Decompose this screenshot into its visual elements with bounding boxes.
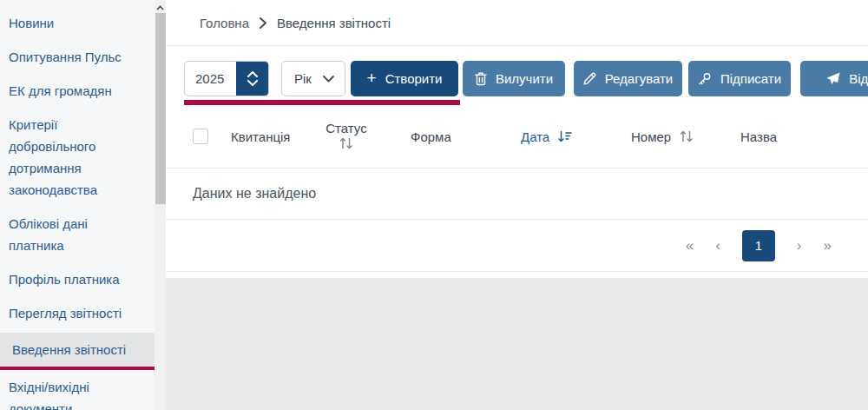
column-header-number[interactable]: Номер <box>631 129 694 144</box>
status-label: Статус <box>326 121 366 136</box>
edit-button[interactable]: Редагувати <box>574 61 682 96</box>
reporting-panel: Головна Введення звітності Рік <box>166 0 868 278</box>
year-stepper-buttons[interactable] <box>236 62 268 96</box>
sidebar-item-taxpayer-profile[interactable]: Профіль платника <box>0 262 155 296</box>
sidebar-item-news[interactable]: Новини <box>0 6 155 40</box>
column-header-date[interactable]: Дата <box>521 129 572 144</box>
send-button-label: Відправити <box>849 71 868 86</box>
table-empty-message: Даних не знайдено <box>166 169 868 220</box>
breadcrumb-home-link[interactable]: Головна <box>200 16 249 30</box>
pagination-first-button[interactable]: « <box>686 238 694 253</box>
chevron-up-icon <box>247 71 258 77</box>
table-header-row: Квитанція Статус Форма Дата <box>166 105 868 169</box>
pencil-icon <box>583 72 596 85</box>
sidebar-scrollbar[interactable] <box>155 0 166 410</box>
sidebar-item-pulse-survey[interactable]: Опитування Пульс <box>0 40 155 74</box>
sidebar-item-voluntary-compliance[interactable]: Критерії добровільного дотримання законо… <box>0 108 155 207</box>
chevron-down-icon <box>323 76 334 83</box>
sort-both-icon[interactable] <box>318 137 375 154</box>
toolbar: Рік + Створити Вилучити <box>166 61 868 96</box>
paper-plane-icon <box>826 72 840 85</box>
select-all-checkbox[interactable] <box>193 129 208 144</box>
sidebar-item-view-reporting[interactable]: Перегляд звітності <box>0 296 155 330</box>
sign-button-label: Підписати <box>720 71 781 86</box>
pagination-prev-button[interactable]: ‹ <box>715 238 720 253</box>
sidebar-item-ek-citizens[interactable]: ЕК для громадян <box>0 74 155 108</box>
column-header-form: Форма <box>411 129 451 144</box>
scrollbar-thumb[interactable] <box>155 13 166 204</box>
sort-both-icon <box>679 130 694 143</box>
sort-desc-icon <box>557 130 572 143</box>
date-label: Дата <box>521 129 549 144</box>
edit-button-label: Редагувати <box>605 71 674 86</box>
app-window: Новини Опитування Пульс ЕК для громадян … <box>0 0 868 410</box>
breadcrumb: Головна Введення звітності <box>166 0 868 46</box>
number-label: Номер <box>631 129 671 144</box>
sidebar-nav: Новини Опитування Пульс ЕК для громадян … <box>0 0 155 410</box>
chevron-down-icon <box>247 80 258 86</box>
breadcrumb-current-page: Введення звітності <box>277 16 391 30</box>
year-input[interactable] <box>185 62 236 96</box>
scrollbar-up-arrow-icon[interactable] <box>155 2 166 13</box>
send-button[interactable]: Відправити <box>800 61 868 96</box>
sidebar-item-inbound-outbound-documents[interactable]: Вхідні/вихідні документи <box>0 370 155 410</box>
pagination: « ‹ 1 › » <box>166 220 868 272</box>
pagination-last-button[interactable]: » <box>824 238 832 253</box>
sign-button[interactable]: Підписати <box>688 61 791 96</box>
column-header-name: Назва <box>740 129 777 144</box>
period-select-value: Рік <box>294 71 312 86</box>
key-icon <box>698 72 712 86</box>
sidebar-item-taxpayer-records[interactable]: Облікові дані платника <box>0 207 155 262</box>
sidebar-item-enter-reporting[interactable]: Введення звітності <box>0 333 155 370</box>
delete-button-label: Вилучити <box>496 71 553 86</box>
plus-icon: + <box>367 69 377 88</box>
pagination-next-button[interactable]: › <box>797 238 802 253</box>
breadcrumb-chevron-icon <box>260 17 266 29</box>
year-spinner <box>184 61 269 96</box>
main-content: Головна Введення звітності Рік <box>166 0 868 410</box>
trash-icon <box>475 72 487 86</box>
create-button[interactable]: + Створити <box>351 61 458 96</box>
delete-button[interactable]: Вилучити <box>463 61 565 96</box>
column-header-receipt: Квитанція <box>231 129 290 144</box>
column-header-status[interactable]: Статус <box>318 120 375 154</box>
create-button-label: Створити <box>385 71 443 86</box>
period-select[interactable]: Рік <box>281 61 345 96</box>
pagination-page-1-active[interactable]: 1 <box>742 230 775 261</box>
